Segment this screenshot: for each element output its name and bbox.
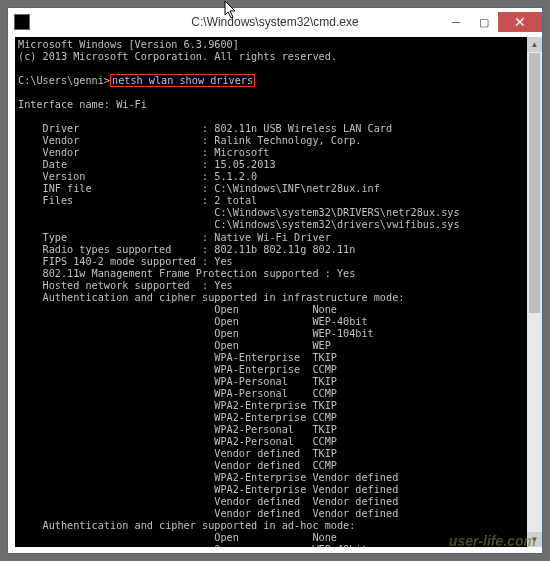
titlebar[interactable]: C:\Windows\system32\cmd.exe ─ ▢ ✕ xyxy=(8,8,542,36)
close-button[interactable]: ✕ xyxy=(498,12,542,32)
cmd-icon xyxy=(14,14,30,30)
window-controls: ─ ▢ ✕ xyxy=(442,12,542,32)
minimize-button[interactable]: ─ xyxy=(442,12,470,32)
scroll-thumb[interactable] xyxy=(529,53,540,313)
console-output[interactable]: Microsoft Windows [Version 6.3.9600] (c)… xyxy=(15,37,535,547)
maximize-button[interactable]: ▢ xyxy=(470,12,498,32)
cmd-window: C:\Windows\system32\cmd.exe ─ ▢ ✕ Micros… xyxy=(7,7,543,554)
scrollbar[interactable]: ▲ ▼ xyxy=(527,37,542,547)
scroll-up-button[interactable]: ▲ xyxy=(527,37,542,52)
watermark: user-life.com xyxy=(449,533,536,549)
